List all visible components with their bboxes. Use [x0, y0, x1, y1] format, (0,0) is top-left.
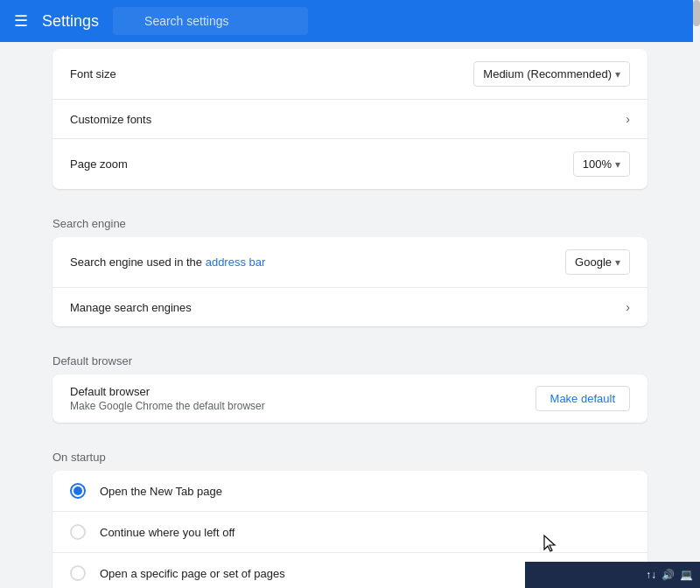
search-engine-title: Search engine [52, 217, 648, 230]
page-zoom-right: 100% ▾ [573, 151, 630, 177]
page-zoom-value: 100% [583, 158, 612, 171]
menu-icon[interactable]: ☰ [14, 11, 28, 31]
font-size-label: Font size [70, 67, 116, 80]
search-input[interactable] [113, 7, 308, 35]
search-engine-row-label: Search engine used in the address bar [70, 256, 265, 269]
radio-2-circle [70, 524, 86, 540]
system-tray: ↑↓ 🔊 💻 [525, 562, 700, 588]
topbar: ☰ Settings 🔍 [0, 0, 700, 42]
network-icon: ↑↓ [646, 569, 656, 581]
page-zoom-row[interactable]: Page zoom 100% ▾ [52, 139, 648, 189]
page-zoom-label: Page zoom [70, 158, 128, 171]
appearance-card: Font size Medium (Recommended) ▾ Customi… [52, 49, 648, 189]
manage-search-engines-row[interactable]: Manage search engines › [52, 288, 648, 326]
make-default-button[interactable]: Make default [536, 386, 630, 411]
radio-3-circle [70, 565, 86, 581]
default-browser-info: Default browser Make Google Chrome the d… [70, 385, 265, 412]
scrollbar-thumb[interactable] [693, 0, 700, 26]
manage-search-engines-label: Manage search engines [70, 301, 192, 314]
startup-option-2[interactable]: Continue where you left off [52, 512, 648, 553]
address-bar-link[interactable]: address bar [206, 256, 266, 269]
font-size-select[interactable]: Medium (Recommended) ▾ [473, 61, 630, 87]
scrollbar-track[interactable] [693, 0, 700, 588]
default-browser-section: Default browser Default browser Make Goo… [0, 340, 700, 423]
manage-search-chevron: › [626, 300, 630, 314]
display-icon: 💻 [680, 569, 693, 581]
search-container: 🔍 [113, 7, 686, 35]
search-engine-section: Search engine Search engine used in the … [0, 203, 700, 326]
radio-3-label: Open a specific page or set of pages [100, 567, 285, 580]
font-size-row[interactable]: Font size Medium (Recommended) ▾ [52, 49, 648, 100]
search-engine-row[interactable]: Search engine used in the address bar Go… [52, 237, 648, 288]
radio-1-label: Open the New Tab page [100, 485, 222, 498]
volume-icon: 🔊 [662, 569, 675, 581]
font-size-value: Medium (Recommended) [483, 67, 612, 80]
radio-2-label: Continue where you left off [100, 526, 234, 539]
main-content: Font size Medium (Recommended) ▾ Customi… [0, 42, 700, 588]
startup-option-1[interactable]: Open the New Tab page [52, 471, 648, 512]
on-startup-title: On startup [52, 451, 648, 464]
page-zoom-select[interactable]: 100% ▾ [573, 151, 630, 177]
page-title: Settings [42, 12, 99, 31]
page-zoom-chevron: ▾ [615, 158, 620, 171]
font-size-chevron: ▾ [615, 68, 620, 80]
customize-fonts-row[interactable]: Customize fonts › [52, 100, 648, 139]
customize-fonts-label: Customize fonts [70, 113, 151, 126]
customize-fonts-chevron: › [626, 112, 630, 126]
radio-1-circle [70, 483, 86, 499]
default-browser-sub-label: Make Google Chrome the default browser [70, 400, 265, 412]
search-engine-select[interactable]: Google ▾ [565, 249, 630, 275]
font-size-right: Medium (Recommended) ▾ [473, 61, 630, 87]
search-engine-chevron: ▾ [615, 256, 620, 269]
default-browser-card: Default browser Make Google Chrome the d… [52, 374, 648, 423]
default-browser-row: Default browser Make Google Chrome the d… [52, 374, 648, 423]
search-engine-select-wrap: Google ▾ [565, 249, 630, 275]
search-engine-value: Google [575, 256, 612, 269]
default-browser-main-label: Default browser [70, 385, 265, 398]
default-browser-title: Default browser [52, 354, 648, 368]
appearance-section: Font size Medium (Recommended) ▾ Customi… [0, 42, 700, 189]
search-engine-card: Search engine used in the address bar Go… [52, 237, 648, 326]
